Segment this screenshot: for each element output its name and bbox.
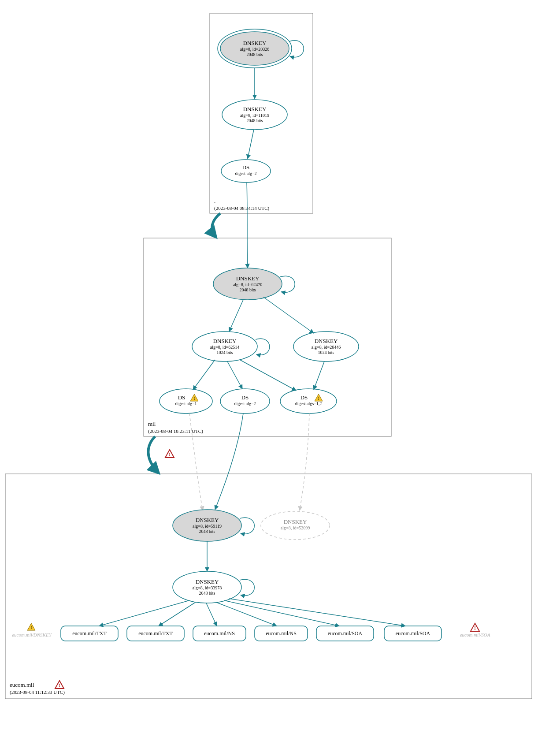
node-label: alg=8, id=62470 <box>233 282 262 287</box>
node-eucom-zsk[interactable]: DNSKEY alg=8, id=33978 2048 bits <box>173 571 241 603</box>
node-label: DNSKEY <box>236 275 260 282</box>
node-label: DS <box>301 394 308 401</box>
node-label: DS <box>178 394 186 401</box>
node-label: alg=8, id=52099 <box>281 525 310 530</box>
node-label: 1024 bits <box>217 350 233 355</box>
node-mil-ksk[interactable]: DNSKEY alg=8, id=62470 2048 bits <box>213 268 282 300</box>
node-label: DNSKEY <box>213 338 237 344</box>
node-label: DS <box>242 164 250 171</box>
rrset-label: eucom.mil/NS <box>204 630 235 637</box>
svg-text:!: ! <box>193 395 195 401</box>
node-root-zsk[interactable]: DNSKEY alg=8, id=11019 2048 bits <box>222 100 287 130</box>
node-root-ksk[interactable]: DNSKEY alg=8, id=20326 2048 bits <box>218 29 292 68</box>
node-label: 2048 bits <box>199 591 215 596</box>
deleg-arrow-mil-to-eucom <box>148 436 159 473</box>
node-label: alg=8, id=26446 <box>312 345 341 350</box>
rrset-soa-1[interactable]: eucom.mil/SOA <box>316 626 374 641</box>
zone-mil-ts: (2023-08-04 10:23:11 UTC) <box>148 428 203 434</box>
zone-eucom-box <box>5 474 532 699</box>
svg-text:!: ! <box>59 682 60 689</box>
rrset-ns-2[interactable]: eucom.mil/NS <box>255 626 308 641</box>
rrset-label: eucom.mil/SOA <box>396 630 430 637</box>
node-label: alg=8, id=33978 <box>193 585 222 590</box>
node-label: alg=8, id=59119 <box>193 524 222 529</box>
node-label: 1024 bits <box>318 350 334 355</box>
node-label: 2048 bits <box>199 529 215 534</box>
node-label: digest alg=2 <box>234 401 256 406</box>
rrset-label: eucom.mil/TXT <box>138 630 173 637</box>
dnssec-diagram: . (2023-08-04 08:34:14 UTC) mil (2023-08… <box>0 0 538 756</box>
node-eucom-ksk[interactable]: DNSKEY alg=8, id=59119 2048 bits <box>173 510 241 541</box>
node-label: 2048 bits <box>247 118 263 123</box>
node-mil-ds2[interactable]: DS digest alg=2 <box>220 389 270 413</box>
zone-root-ts: (2023-08-04 08:34:14 UTC) <box>214 205 270 211</box>
node-eucom-ghost[interactable]: DNSKEY alg=8, id=52099 <box>261 511 330 540</box>
rrset-label: eucom.mil/SOA <box>328 630 363 637</box>
node-label: alg=8, id=11019 <box>240 113 269 118</box>
rrset-ns-1[interactable]: eucom.mil/NS <box>193 626 246 641</box>
rrset-label: eucom.mil/NS <box>266 630 297 637</box>
rrset-label: eucom.mil/TXT <box>72 630 107 637</box>
node-mil-zsk2[interactable]: DNSKEY alg=8, id=26446 1024 bits <box>293 331 359 361</box>
node-mil-ds1[interactable]: DS digest alg=1 <box>160 389 212 413</box>
node-label: digest alg=1 <box>175 401 197 406</box>
node-label: DNSKEY <box>196 517 219 523</box>
node-label: alg=8, id=62514 <box>210 345 239 350</box>
node-mil-zsk1[interactable]: DNSKEY alg=8, id=62514 1024 bits <box>192 331 257 361</box>
node-label: DNSKEY <box>243 106 267 112</box>
zone-eucom-label: eucom.mil <box>10 682 34 688</box>
node-label: DNSKEY <box>196 578 219 585</box>
node-label: alg=8, id=20326 <box>240 47 269 52</box>
svg-text:!: ! <box>474 625 476 631</box>
svg-text:!: ! <box>30 625 32 630</box>
node-mil-ds3[interactable]: DS digest algs=1,2 <box>280 389 337 413</box>
rrset-txt-1[interactable]: eucom.mil/TXT <box>61 626 118 641</box>
ghost-rrset-soa: eucom.mil/SOA <box>460 632 490 637</box>
ghost-rrset-dnskey: eucom.mil/DNSKEY <box>12 632 52 637</box>
node-label: digest alg=2 <box>235 171 256 176</box>
node-label: DNSKEY <box>284 518 307 525</box>
node-label: digest algs=1,2 <box>295 401 322 406</box>
rrset-txt-2[interactable]: eucom.mil/TXT <box>127 626 184 641</box>
node-root-ds[interactable]: DS digest alg=2 <box>221 160 271 182</box>
deleg-arrow-root-to-mil <box>212 213 220 237</box>
svg-text:!: ! <box>169 451 171 458</box>
zone-mil-label: mil <box>148 421 156 427</box>
node-label: 2048 bits <box>240 287 256 292</box>
zone-eucom-ts: (2023-08-04 11:12:33 UTC) <box>10 689 65 695</box>
zone-root-label: . <box>214 197 215 204</box>
node-label: DS <box>241 394 249 401</box>
node-label: DNSKEY <box>315 338 338 344</box>
svg-text:!: ! <box>318 395 319 401</box>
warning-icon: ! <box>165 450 174 458</box>
rrset-soa-2[interactable]: eucom.mil/SOA <box>384 626 442 641</box>
node-label: 2048 bits <box>247 52 263 57</box>
node-label: DNSKEY <box>243 40 267 46</box>
